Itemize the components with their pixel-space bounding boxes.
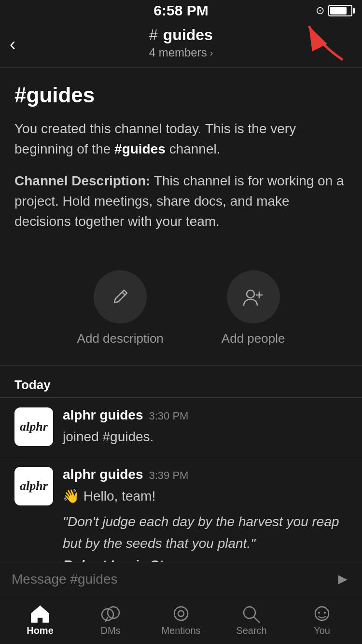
nav-item-home[interactable]: Home (5, 604, 75, 636)
message-header: alphr guides 3:30 PM (63, 407, 348, 423)
svg-point-5 (178, 611, 184, 616)
avatar: alphr (14, 407, 53, 446)
back-button[interactable]: ‹ (10, 36, 15, 53)
nav-item-mentions[interactable]: Mentions (146, 604, 216, 636)
message-sender: alphr guides (63, 467, 143, 482)
channel-creation-text: You created this channel today. This is … (14, 119, 348, 159)
pencil-icon (111, 287, 130, 307)
channel-header: ‹ # guides 4 members › (0, 21, 362, 68)
add-description-label: Add description (77, 331, 164, 346)
nav-item-dms[interactable]: DMs (75, 604, 146, 636)
avatar-text: alphr (20, 479, 48, 493)
you-icon (311, 604, 333, 623)
channel-name: guides (163, 26, 213, 43)
battery-icon (328, 5, 352, 16)
description-label: Channel Description: (14, 173, 151, 188)
home-icon (29, 604, 51, 623)
message-time: 3:39 PM (149, 469, 188, 482)
message-item: alphr alphr guides 3:30 PM joined #guide… (0, 398, 362, 457)
add-people-button[interactable]: Add people (222, 270, 285, 346)
today-section: Today (0, 366, 362, 397)
nav-item-search[interactable]: Search (216, 604, 287, 636)
status-bar: 6:58 PM ⊙ (0, 0, 362, 21)
status-time: 6:58 PM (153, 2, 208, 19)
channel-info-section: #guides You created this channel today. … (0, 68, 362, 261)
nav-label-search: Search (236, 625, 266, 636)
add-description-button[interactable]: Add description (77, 270, 164, 346)
message-input[interactable] (12, 572, 329, 587)
channel-title: # guides (149, 26, 213, 44)
svg-point-1 (247, 290, 254, 298)
add-people-circle (227, 270, 280, 323)
lock-icon: ⊙ (316, 4, 324, 17)
channel-description-detail: Channel Description: This channel is for… (14, 171, 348, 232)
nav-label-home: Home (27, 625, 54, 636)
svg-point-9 (324, 612, 326, 614)
message-text: joined #guides. (63, 427, 348, 447)
message-content: alphr guides 3:39 PM 👋 Hello, team! "Don… (63, 467, 348, 576)
bottom-nav: Home DMs Mentions Search You (0, 596, 362, 644)
nav-label-dms: DMs (100, 625, 120, 636)
message-sender: alphr guides (63, 407, 143, 423)
send-button[interactable]: ► (335, 570, 350, 588)
message-header: alphr guides 3:39 PM (63, 467, 348, 482)
chevron-icon[interactable]: › (210, 47, 213, 58)
message-content: alphr guides 3:30 PM joined #guides. (63, 407, 348, 447)
nav-item-you[interactable]: You (287, 604, 357, 636)
nav-label-you: You (314, 625, 330, 636)
add-people-label: Add people (222, 331, 285, 346)
avatar-text: alphr (20, 420, 48, 434)
add-description-circle (94, 270, 147, 323)
avatar: alphr (14, 467, 53, 505)
dms-icon (100, 604, 121, 623)
search-icon (241, 604, 262, 623)
messages-area: alphr alphr guides 3:30 PM joined #guide… (0, 398, 362, 586)
nav-label-mentions: Mentions (161, 625, 200, 636)
channel-name-large: #guides (14, 83, 348, 107)
add-person-icon (243, 287, 264, 307)
channel-suffix: channel. (166, 141, 221, 156)
action-buttons-section: Add description Add people (0, 261, 362, 365)
message-text: 👋 Hello, team! (63, 486, 348, 506)
svg-point-8 (318, 612, 320, 614)
mentions-icon (170, 604, 192, 623)
members-count: 4 members › (149, 46, 213, 59)
hash-symbol: # (149, 26, 162, 43)
message-input-bar: ► (0, 562, 362, 596)
members-label: 4 members (149, 46, 207, 59)
status-icons: ⊙ (316, 4, 352, 17)
channel-bold: #guides (114, 141, 166, 156)
today-text: Today (14, 378, 51, 392)
message-time: 3:30 PM (149, 410, 188, 422)
